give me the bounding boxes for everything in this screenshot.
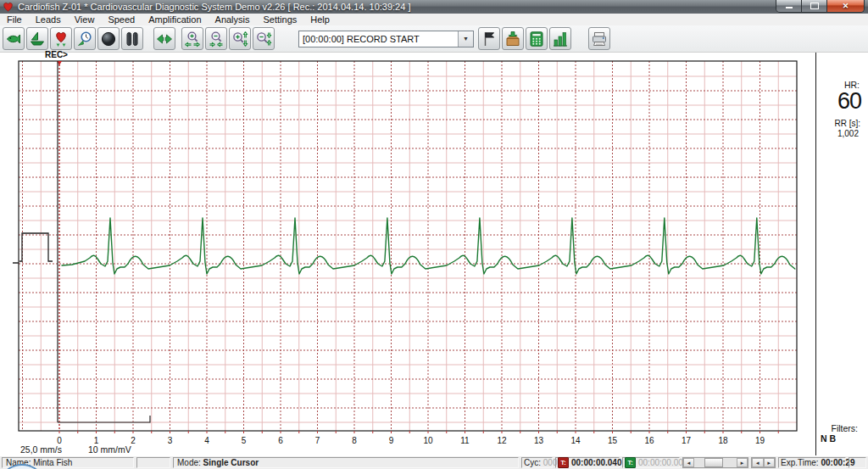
zoom-in-horizontal-button[interactable]	[181, 27, 203, 50]
chevron-down-icon[interactable]: ▼	[458, 31, 473, 47]
zoom-out-vertical-icon	[255, 31, 272, 47]
page-stepper[interactable]: ◄ ►	[751, 457, 776, 468]
zoom-in-vertical-button[interactable]	[229, 27, 251, 50]
close-button[interactable]: ✕	[827, 0, 864, 12]
minimize-icon	[786, 7, 793, 8]
page-next-icon[interactable]: ►	[764, 458, 776, 467]
x-axis-label: 5	[242, 436, 247, 445]
x-axis-label: 2	[131, 436, 136, 445]
filters-label: Filters:	[832, 423, 859, 433]
x-axis-label: 18	[718, 436, 728, 445]
page-prev-icon[interactable]: ◄	[752, 458, 764, 467]
zoom-out-horizontal-button[interactable]	[205, 27, 227, 50]
t-red-icon: T:	[558, 457, 569, 468]
close-icon: ✕	[843, 3, 849, 10]
print-button[interactable]	[588, 27, 610, 50]
x-axis-label: 14	[570, 436, 581, 445]
bar-chart-button[interactable]	[549, 27, 571, 50]
menu-leads[interactable]: Leads	[29, 14, 68, 25]
minimize-button[interactable]	[776, 0, 802, 12]
x-axis-label: 3	[168, 436, 173, 445]
heart-icon	[3, 2, 14, 12]
cursor-time-value: 00:00:00.040	[571, 458, 622, 467]
hr-value: 60	[837, 88, 861, 114]
heart-rate-button[interactable]	[50, 27, 72, 50]
x-axis-label: 8	[352, 436, 357, 445]
cursor-time-cell: T: 00:00:00.040	[555, 457, 620, 468]
horizontal-expand-icon	[156, 31, 173, 47]
ecg-chart[interactable]: 012345678910111213141516171819	[0, 53, 815, 455]
time-cursor[interactable]	[58, 61, 150, 422]
mode-cell: Mode: Single Cursor	[173, 457, 519, 468]
x-axis-label: 12	[497, 436, 507, 445]
pause-icon	[124, 31, 141, 47]
cycle-cell: Cyc: 000	[521, 457, 553, 468]
ecg-main-area: REC> 012345678910111213141516171819 25,0…	[0, 53, 815, 455]
toolbar: [00:00:00] RECORD START ▼	[0, 25, 868, 53]
maximize-button[interactable]	[802, 0, 827, 12]
zoom-out-vertical-button[interactable]	[253, 27, 275, 50]
mode-value: Single Cursor	[203, 458, 259, 467]
menu-amplification[interactable]: Amplification	[142, 14, 208, 25]
menu-analysis[interactable]: Analysis	[209, 14, 257, 25]
sweep-speed-label: 25,0 mm/s	[20, 444, 62, 455]
empty-cell	[136, 457, 170, 468]
maximize-icon	[810, 3, 819, 9]
menu-view[interactable]: View	[68, 14, 102, 25]
empty-cell	[849, 457, 866, 468]
filters-value: N B	[821, 433, 836, 444]
scrollbar-thumb[interactable]	[704, 458, 723, 467]
menu-file[interactable]: File	[0, 14, 29, 25]
menu-help[interactable]: Help	[303, 14, 337, 25]
x-axis-label: 17	[682, 436, 692, 445]
t-green-icon: T:	[625, 457, 636, 468]
x-axis-label: 7	[315, 436, 320, 445]
calculator-icon	[528, 31, 545, 47]
clock-icon	[76, 31, 93, 47]
menu-speed[interactable]: Speed	[101, 14, 142, 25]
scroll-left-icon[interactable]: ◄	[683, 458, 694, 467]
bar-chart-icon	[552, 31, 569, 47]
record-sphere-icon	[100, 31, 117, 47]
x-axis-label: 9	[389, 436, 394, 445]
pause-button[interactable]	[121, 27, 143, 50]
status-bar: Name: Minta Fish Mode: Single Cursor Cyc…	[0, 455, 868, 469]
title-bar: Cardiofish Z-01 * Cardiovascular Diagnos…	[0, 0, 868, 14]
exp-time-label: Exp.Time:	[781, 458, 819, 467]
x-axis-label: 19	[755, 436, 765, 445]
exp-time-cell: Exp.Time: 00:00:29	[778, 457, 846, 468]
x-axis-label: 10	[423, 436, 433, 445]
measurement-panel: HR: 60 RR [s]: 1,002 Filters: N B	[815, 53, 868, 455]
zoom-out-horizontal-icon	[208, 31, 225, 47]
import-box-icon	[504, 31, 521, 47]
record-position-select[interactable]: [00:00:00] RECORD START ▼	[298, 31, 474, 47]
delta-time-cell: T: 00:00:00.0000	[622, 457, 680, 468]
horizontal-expand-button[interactable]	[153, 27, 175, 50]
record-sphere-button[interactable]	[97, 27, 120, 50]
scroll-right-icon[interactable]: ►	[737, 458, 748, 467]
fish-icon	[5, 31, 22, 47]
rr-value: 1,002	[837, 129, 859, 138]
cyc-label: Cyc:	[524, 458, 541, 467]
record-position-value: [00:00:00] RECORD START	[299, 34, 458, 44]
flag-button[interactable]	[478, 27, 500, 50]
rr-label: RR [s]:	[834, 119, 860, 128]
calculator-button[interactable]	[526, 27, 548, 50]
import-box-button[interactable]	[502, 27, 524, 50]
horizontal-scrollbar[interactable]: ◄ ►	[682, 457, 748, 468]
fish-button[interactable]	[3, 27, 25, 50]
menu-settings[interactable]: Settings	[257, 14, 304, 25]
boat-icon	[29, 31, 46, 47]
x-axis-label: 15	[608, 436, 618, 445]
boat-button[interactable]	[26, 27, 48, 50]
x-axis-label: 11	[460, 436, 470, 445]
flag-icon	[481, 31, 498, 47]
clock-button[interactable]	[74, 27, 96, 50]
gain-label: 10 mm/mV	[88, 444, 131, 455]
x-axis-label: 6	[278, 436, 283, 445]
zoom-in-horizontal-icon	[184, 31, 201, 47]
zoom-in-vertical-icon	[231, 31, 248, 47]
window-controls: ✕	[776, 0, 865, 13]
scrollbar-track[interactable]	[694, 458, 737, 467]
heart-rate-icon	[53, 31, 70, 47]
